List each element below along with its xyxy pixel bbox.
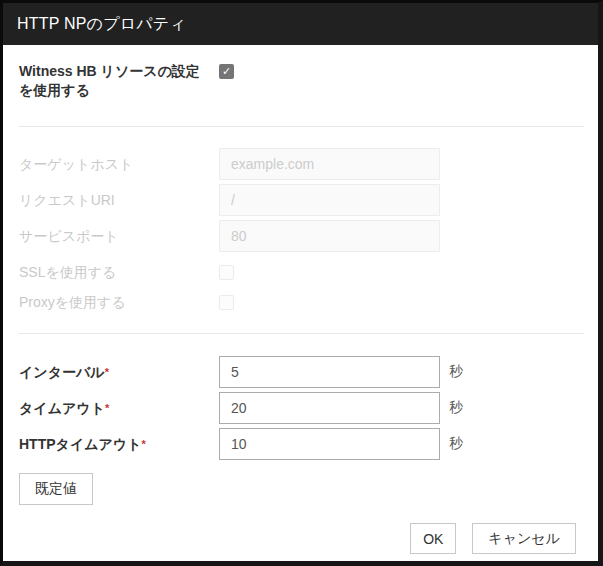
- use-proxy-checkbox: [219, 295, 234, 310]
- use-ssl-row: SSLを使用する: [19, 258, 584, 286]
- target-host-row: ターゲットホスト: [19, 148, 584, 180]
- service-port-input: [219, 220, 440, 252]
- http-np-properties-dialog: HTTP NPのプロパティ Witness HB リソースの設定を使用する ✓ …: [0, 0, 603, 566]
- dialog-content: Witness HB リソースの設定を使用する ✓ ターゲットホスト リクエスト…: [3, 45, 598, 554]
- http-timeout-input[interactable]: [219, 428, 440, 460]
- timeout-row: タイムアウト* 秒: [19, 392, 584, 424]
- target-host-input: [219, 148, 440, 180]
- ok-button[interactable]: OK: [410, 523, 456, 554]
- required-asterisk: *: [105, 366, 109, 378]
- interval-row: インターバル* 秒: [19, 356, 584, 388]
- timeout-label-text: タイムアウト: [19, 400, 105, 416]
- interval-label-text: インターバル: [19, 364, 105, 380]
- use-witness-row: Witness HB リソースの設定を使用する ✓: [19, 62, 584, 100]
- service-port-label: サービスポート: [19, 227, 219, 246]
- http-timeout-label-text: HTTPタイムアウト: [19, 436, 142, 452]
- required-asterisk: *: [105, 402, 109, 414]
- default-values-button[interactable]: 既定値: [19, 473, 93, 505]
- use-ssl-checkbox: [219, 265, 234, 280]
- section-divider: [19, 126, 584, 127]
- use-proxy-row: Proxyを使用する: [19, 288, 584, 316]
- cancel-button[interactable]: キャンセル: [472, 523, 576, 554]
- required-asterisk: *: [142, 438, 146, 450]
- check-icon: ✓: [222, 65, 231, 78]
- http-timeout-row: HTTPタイムアウト* 秒: [19, 428, 584, 460]
- dialog-footer: OK キャンセル: [19, 523, 584, 554]
- use-ssl-label: SSLを使用する: [19, 263, 219, 282]
- interval-input[interactable]: [219, 356, 440, 388]
- timeout-label: タイムアウト*: [19, 399, 219, 418]
- request-uri-input: [219, 184, 440, 216]
- target-host-label: ターゲットホスト: [19, 155, 219, 174]
- request-uri-label: リクエストURI: [19, 191, 219, 210]
- section-divider: [19, 333, 584, 334]
- dialog-titlebar: HTTP NPのプロパティ: [3, 3, 598, 45]
- timeout-input[interactable]: [219, 392, 440, 424]
- use-witness-checkbox[interactable]: ✓: [219, 64, 234, 79]
- http-timeout-label: HTTPタイムアウト*: [19, 435, 219, 454]
- interval-label: インターバル*: [19, 363, 219, 382]
- dialog-title: HTTP NPのプロパティ: [17, 14, 186, 35]
- service-port-row: サービスポート: [19, 220, 584, 252]
- use-proxy-label: Proxyを使用する: [19, 293, 219, 312]
- use-witness-label: Witness HB リソースの設定を使用する: [19, 62, 219, 100]
- request-uri-row: リクエストURI: [19, 184, 584, 216]
- timeout-unit: 秒: [449, 399, 463, 417]
- http-timeout-unit: 秒: [449, 435, 463, 453]
- interval-unit: 秒: [449, 363, 463, 381]
